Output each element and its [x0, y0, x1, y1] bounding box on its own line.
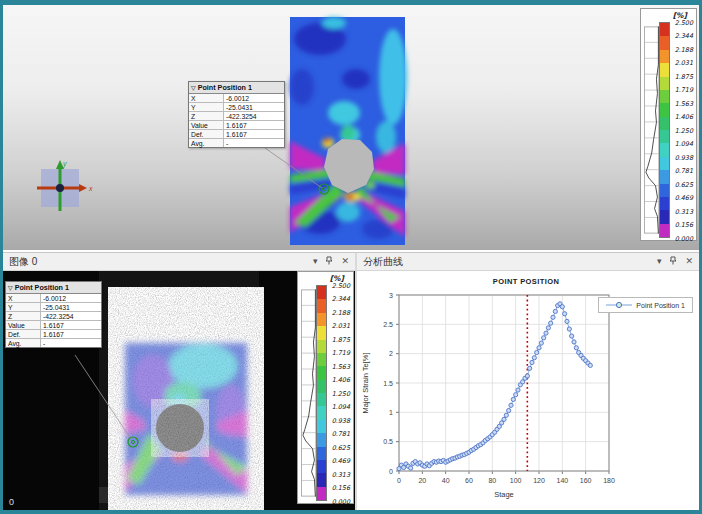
collapse-triangle-icon[interactable]: ▽: [191, 84, 196, 91]
legend-tick-label: 2.344: [332, 295, 350, 303]
strain-scale-legend: [%]: [297, 271, 354, 504]
legend-tick-label: 1.563: [675, 100, 693, 108]
triad-x-label: x: [88, 185, 93, 192]
table-row: X-6.0012: [189, 94, 284, 103]
legend-color-segment: [660, 36, 669, 49]
legend-tick-label: 0.000: [675, 235, 693, 243]
legend-color-segment: [317, 447, 326, 460]
legend-color-segment: [317, 433, 326, 446]
svg-text:1.5: 1.5: [383, 380, 393, 387]
legend-color-segment: [660, 23, 669, 36]
legend-color-segment: [317, 340, 326, 353]
svg-text:2.5: 2.5: [383, 321, 393, 328]
close-icon[interactable]: ✕: [685, 257, 693, 266]
legend-tick-label: 2.188: [332, 309, 350, 317]
legend-color-segment: [660, 184, 669, 197]
collapse-triangle-icon[interactable]: ▽: [8, 284, 13, 291]
legend-color-segment: [317, 326, 326, 339]
legend-tick-label: 2.500: [675, 19, 693, 27]
pin-icon[interactable]: [325, 256, 333, 267]
legend-histogram: [301, 285, 316, 501]
close-icon[interactable]: ✕: [341, 257, 349, 266]
table-row: Y-25.0431: [189, 103, 284, 112]
svg-text:100: 100: [510, 477, 522, 484]
chart-legend[interactable]: Point Position 1: [598, 297, 693, 313]
svg-text:0: 0: [397, 477, 401, 484]
legend-color-segment: [317, 366, 326, 379]
app-window: x y: [0, 0, 702, 514]
image-panel-title: 图像 0: [9, 255, 37, 269]
table-row: Avg.-: [6, 339, 101, 347]
collapse-arrow-icon[interactable]: ▾: [657, 257, 662, 266]
svg-text:180: 180: [603, 477, 615, 484]
chart-x-label: Stage: [494, 490, 514, 499]
table-row: Z-422.3254: [189, 112, 284, 121]
curves-panel-header: 分析曲线 ▾ ✕: [357, 253, 699, 271]
image-panel: 图像 0 ▾ ✕: [3, 253, 355, 510]
legend-tick-label: 1.563: [332, 363, 350, 371]
legend-color-segment: [317, 420, 326, 433]
table-row: Value1.6167: [6, 321, 101, 330]
view-3d-canvas: x y: [3, 5, 699, 250]
collapse-arrow-icon[interactable]: ▾: [313, 257, 318, 266]
annotation-title: Point Position 1: [15, 283, 69, 292]
legend-color-segment: [317, 473, 326, 486]
camera-image-view[interactable]: ▽Point Position 1 X-6.0012Y-25.0431Z-422…: [3, 271, 355, 510]
legend-colorbar[interactable]: [659, 22, 670, 238]
legend-tick-label: 1.250: [675, 127, 693, 135]
point-annotation-table[interactable]: ▽Point Position 1 X-6.0012Y-25.0431Z-422…: [5, 281, 102, 348]
legend-color-segment: [317, 299, 326, 312]
legend-tick-label: 1.094: [332, 403, 350, 411]
legend-color-segment: [317, 406, 326, 419]
table-row: Value1.6167: [189, 121, 284, 130]
legend-colorbar[interactable]: [316, 285, 327, 501]
legend-color-segment: [660, 130, 669, 143]
triad-x-arrow-icon: [79, 184, 87, 192]
strain-chart[interactable]: 02040608010012014016018000.511.522.53POI…: [357, 271, 699, 510]
legend-color-segment: [660, 50, 669, 63]
triad[interactable]: x y: [37, 160, 93, 211]
legend-tick-label: 0.938: [675, 154, 693, 162]
legend-tick-label: 1.875: [675, 73, 693, 81]
legend-tick-label: 2.031: [675, 59, 693, 67]
svg-text:0.5: 0.5: [383, 438, 393, 445]
legend-tick-label: 1.406: [675, 113, 693, 121]
point-annotation-table[interactable]: ▽Point Position 1 X-6.0012Y-25.0431Z-422…: [188, 81, 285, 148]
triad-z-axis: [56, 184, 64, 192]
legend-tick-label: 0.781: [675, 167, 693, 175]
legend-tick-label: 1.094: [675, 140, 693, 148]
legend-tick-label: 2.344: [675, 32, 693, 40]
legend-tick-label: 2.031: [332, 322, 350, 330]
legend-tick-label: 0.313: [675, 208, 693, 216]
svg-text:160: 160: [580, 477, 592, 484]
pin-icon[interactable]: [669, 256, 677, 267]
legend-color-segment: [660, 143, 669, 156]
svg-text:60: 60: [465, 477, 473, 484]
legend-tick-label: 0.469: [675, 194, 693, 202]
legend-color-segment: [660, 77, 669, 90]
legend-color-segment: [660, 117, 669, 130]
series-point-position-1: [397, 302, 593, 471]
legend-color-segment: [660, 157, 669, 170]
strain-scale-legend: [%] 2.: [640, 8, 697, 241]
table-row: X-6.0012: [6, 294, 101, 303]
curves-panel: 分析曲线 ▾ ✕ 02040608010012014016018000.511.…: [357, 253, 699, 510]
strain-map-3d[interactable]: [290, 17, 407, 245]
stage-number-label: 0: [9, 497, 14, 507]
legend-color-segment: [317, 313, 326, 326]
legend-color-segment: [660, 103, 669, 116]
legend-color-segment: [660, 63, 669, 76]
svg-text:140: 140: [556, 477, 568, 484]
legend-tick-label: 0.625: [675, 181, 693, 189]
view-3d-strain[interactable]: x y: [3, 5, 699, 250]
image-panel-header: 图像 0 ▾ ✕: [3, 253, 355, 271]
legend-color-segment: [660, 224, 669, 237]
legend-tick-label: 0.625: [332, 444, 350, 452]
legend-color-segment: [660, 210, 669, 223]
legend-color-segment: [317, 393, 326, 406]
svg-text:0: 0: [389, 468, 393, 475]
svg-text:40: 40: [442, 477, 450, 484]
triad-y-label: y: [62, 160, 67, 168]
curves-panel-title: 分析曲线: [363, 255, 403, 269]
legend-tick-label: 1.875: [332, 336, 350, 344]
